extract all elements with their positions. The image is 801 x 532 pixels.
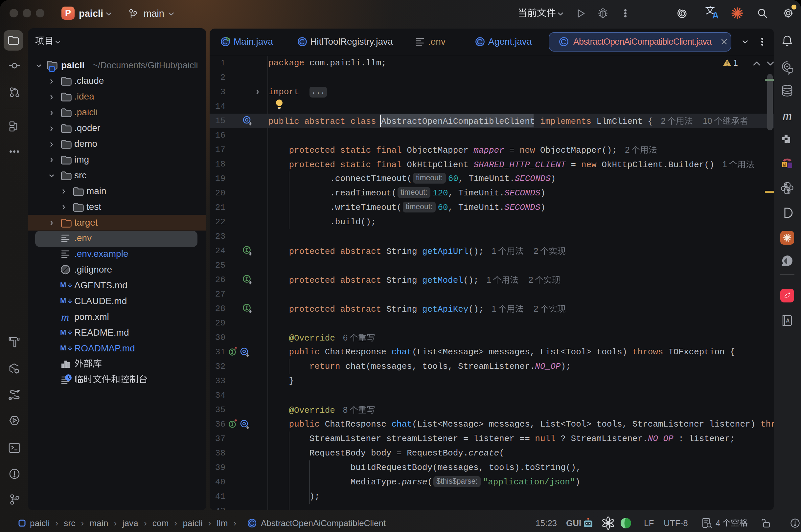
svg-text:A: A	[786, 318, 790, 323]
